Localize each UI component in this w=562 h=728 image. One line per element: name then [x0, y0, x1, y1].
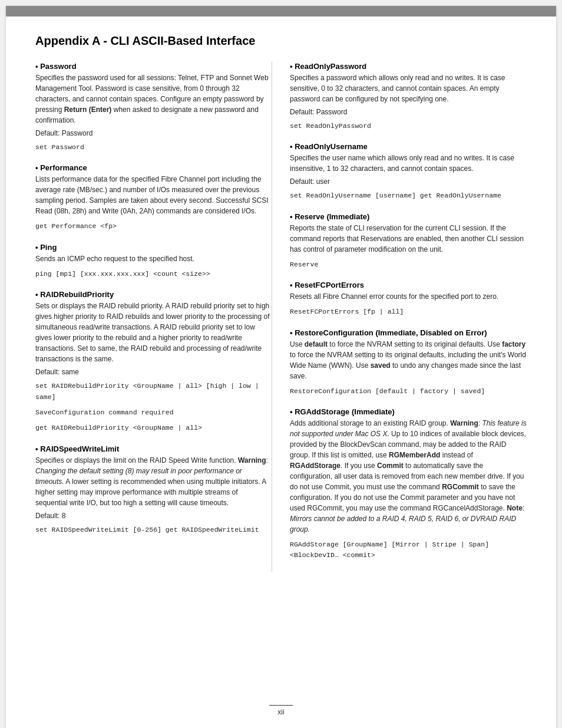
entry-rgaddstorage: RGAddStorage (Immediate) Adds additional… [290, 407, 527, 561]
entry-default-raidrebuildpriority: Default: same [35, 368, 272, 376]
entry-code2-raidrebuildpriority: SaveConfiguration command required [35, 407, 272, 418]
entry-title-performance: Performance [35, 163, 272, 172]
entry-raidrebuildpriority: RAIDRebuildPriority Sets or displays the… [35, 290, 272, 434]
page-number: xii [277, 708, 284, 716]
entry-body-rgaddstorage: Adds additional storage to an existing R… [290, 418, 527, 535]
entry-code-ping: ping [mp1] [xxx.xxx.xxx.xxx] <count <siz… [35, 269, 272, 279]
entry-title-resetfcporterrors: ResetFCPortErrors [290, 281, 527, 289]
entry-code3-raidrebuildpriority: get RAIDRebuildPriority <GroupName | all… [35, 423, 272, 433]
entry-password: Password Specifies the password used for… [35, 62, 272, 153]
entry-default-readonlyusername: Default: user [290, 177, 527, 186]
entry-title-rgaddstorage: RGAddStorage (Immediate) [290, 407, 527, 416]
entry-code-readonlyusername: set ReadOnlyUsername [username] get Read… [290, 190, 527, 201]
page-footer: xii [6, 705, 556, 716]
page-title: Appendix A - CLI ASCII-Based Interface [35, 34, 527, 48]
top-bar [6, 6, 556, 17]
entry-body-readonlyusername: Specifies the user name which allows onl… [290, 153, 527, 174]
footer-divider [269, 705, 293, 706]
entry-body-readonlypassword: Specifies a password which allows only r… [290, 73, 527, 104]
entry-restoreconfiguration: RestoreConfiguration (Immediate, Disable… [290, 328, 527, 397]
page: Appendix A - CLI ASCII-Based Interface P… [6, 6, 556, 728]
entry-title-raidrebuildpriority: RAIDRebuildPriority [35, 290, 272, 299]
entry-body-raidrebuildpriority: Sets or displays the RAID rebuild priori… [35, 301, 272, 364]
entry-code-rgaddstorage: RGAddStorage [GroupName] [Mirror | Strip… [290, 539, 527, 561]
entry-default-readonlypassword: Default: Password [290, 108, 527, 116]
entry-code-reserve: Reserve [290, 259, 527, 270]
entry-title-restoreconfiguration: RestoreConfiguration (Immediate, Disable… [290, 328, 527, 337]
entry-default-raidspeedwritelimit: Default: 8 [35, 512, 272, 520]
entry-title-raidspeedwritelimit: RAIDSpeedWriteLimit [35, 444, 272, 453]
entry-code-readonlypassword: set ReadOnlyPassword [290, 121, 527, 131]
entry-performance: Performance Lists performance data for t… [35, 163, 272, 232]
entry-body-ping: Sends an ICMP echo request to the specif… [35, 253, 272, 264]
entry-readonlypassword: ReadOnlyPassword Specifies a password wh… [290, 62, 527, 131]
entry-code-password: set Password [35, 142, 272, 153]
entry-title-ping: Ping [35, 243, 272, 252]
right-column: ReadOnlyPassword Specifies a password wh… [290, 62, 527, 572]
entry-body-password: Specifies the password used for all sess… [35, 73, 272, 126]
entry-reserve: Reserve (Immediate) Reports the state of… [290, 212, 527, 270]
entry-code-raidrebuildpriority: set RAIDRebuildPriority <GroupName | all… [35, 381, 272, 403]
entry-ping: Ping Sends an ICMP echo request to the s… [35, 243, 272, 279]
entry-title-password: Password [35, 62, 272, 71]
entry-title-reserve: Reserve (Immediate) [290, 212, 527, 221]
content-columns: Password Specifies the password used for… [35, 62, 527, 572]
entry-default-password: Default: Password [35, 129, 272, 137]
entry-raidspeedwritelimit: RAIDSpeedWriteLimit Specifies or display… [35, 444, 272, 535]
entry-code-raidspeedwritelimit: set RAIDSpeedWriteLimit [0-256] get RAID… [35, 525, 272, 535]
entry-resetfcporterrors: ResetFCPortErrors Resets all Fibre Chann… [290, 281, 527, 317]
entry-body-performance: Lists performance data for the specified… [35, 174, 272, 216]
left-column: Password Specifies the password used for… [35, 62, 272, 572]
entry-body-reserve: Reports the state of CLI reservation for… [290, 223, 527, 255]
entry-title-readonlypassword: ReadOnlyPassword [290, 62, 527, 71]
entry-readonlyusername: ReadOnlyUsername Specifies the user name… [290, 142, 527, 201]
entry-code-performance: get Performance <fp> [35, 221, 272, 232]
entry-title-readonlyusername: ReadOnlyUsername [290, 142, 527, 151]
entry-body-restoreconfiguration: Use default to force the NVRAM setting t… [290, 339, 527, 381]
entry-code-resetfcporterrors: ResetFCPortErrors [fp | all] [290, 307, 527, 317]
entry-code-restoreconfiguration: RestoreConfiguration [default | factory … [290, 386, 527, 397]
entry-body-raidspeedwritelimit: Specifies or displays the limit on the R… [35, 455, 272, 508]
entry-body-resetfcporterrors: Resets all Fibre Channel error counts fo… [290, 291, 527, 302]
